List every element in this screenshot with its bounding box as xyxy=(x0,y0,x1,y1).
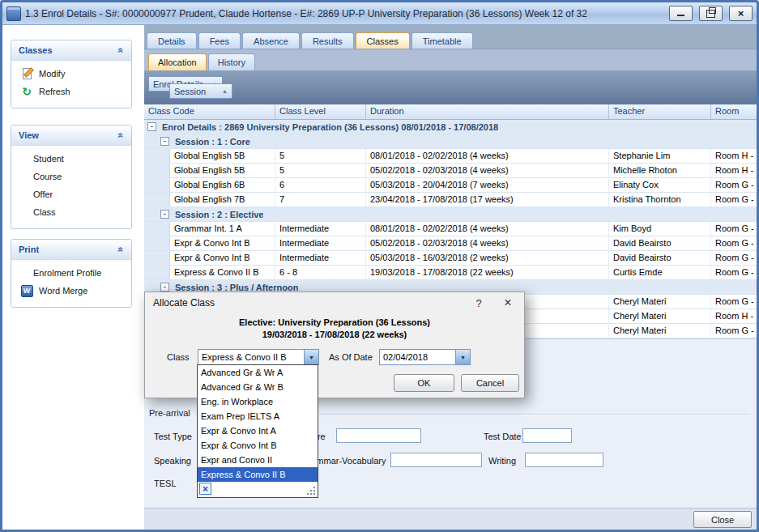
table-row[interactable]: Expr & Convo Int BIntermediate05/03/2018… xyxy=(144,251,757,266)
collapse-icon[interactable]: - xyxy=(160,283,169,292)
restore-button[interactable] xyxy=(699,6,723,21)
group-row[interactable]: -Session : 2 : Elective xyxy=(144,207,757,222)
word-icon xyxy=(20,284,33,297)
table-row[interactable]: Express & Convo II B6 - 819/03/2018 - 17… xyxy=(144,266,757,280)
as-of-date-arrow[interactable]: ▼ xyxy=(455,350,470,364)
class-combobox-arrow[interactable]: ▼ xyxy=(304,350,318,364)
writing-input[interactable] xyxy=(525,453,603,467)
tab-timetable[interactable]: Timetable xyxy=(411,32,473,49)
collapse-chevron-button[interactable]: « xyxy=(114,44,128,57)
subtab-history[interactable]: History xyxy=(208,53,255,70)
dialog-subheading: 19/03/2018 - 17/08/2018 (22 weeks) xyxy=(145,330,524,339)
grammar-vocabulary-input[interactable] xyxy=(390,453,482,467)
panel-header-print: Print« xyxy=(11,240,131,260)
collapse-chevron-button[interactable]: « xyxy=(114,129,128,143)
dialog-help-button[interactable]: ? xyxy=(464,292,493,313)
sidebar-item-class[interactable]: Class xyxy=(11,203,131,221)
subtab-bar: AllocationHistory xyxy=(144,49,757,70)
tab-absence[interactable]: Absence xyxy=(242,32,300,49)
dropdown-item-expr-convo-int-b[interactable]: Expr & Convo Int B xyxy=(198,438,318,453)
collapse-icon[interactable]: - xyxy=(160,210,169,219)
sort-ascending-icon: ▲ xyxy=(222,88,228,94)
window-titlebar: 1.3 Enrol Details - S#: 0000000977 Prude… xyxy=(2,2,757,25)
sidebar-panel-classes: Classes«ModifyRefresh xyxy=(11,40,132,109)
dropdown-item-expr-and-convo-ii[interactable]: Expr and Convo II xyxy=(198,453,318,467)
dropdown-item-advanced-gr-wr-a[interactable]: Advanced Gr & Wr A xyxy=(198,365,318,380)
minimize-button[interactable] xyxy=(669,6,693,21)
tab-fees[interactable]: Fees xyxy=(198,32,241,49)
dropdown-item-expr-convo-int-a[interactable]: Expr & Convo Int A xyxy=(198,423,318,438)
table-row[interactable]: Global English 5B505/02/2018 - 02/03/201… xyxy=(144,164,757,178)
sidebar-item-word-merge[interactable]: Word Merge xyxy=(11,282,131,300)
panel-header-classes: Classes« xyxy=(11,40,131,61)
tab-details[interactable]: Details xyxy=(147,32,197,49)
table-row[interactable]: Global English 5B508/01/2018 - 02/02/201… xyxy=(144,149,757,164)
close-icon: × xyxy=(738,8,744,19)
speaking-label: Speaking xyxy=(154,456,191,466)
dropdown-item-exam-prep-ielts-a[interactable]: Exam Prep IELTS A xyxy=(198,409,318,423)
clear-x-button[interactable]: × xyxy=(199,483,211,495)
ok-button[interactable]: OK xyxy=(394,374,454,392)
class-combobox-value: Express & Convo II B xyxy=(198,350,304,364)
refresh-icon xyxy=(20,85,33,98)
tab-classes[interactable]: Classes xyxy=(356,32,410,49)
collapse-chevron-button[interactable]: « xyxy=(114,243,128,257)
collapse-icon[interactable]: - xyxy=(147,122,156,131)
table-row[interactable]: Global English 7B723/04/2018 - 17/08/201… xyxy=(144,193,757,207)
x-icon: × xyxy=(203,484,208,494)
sidebar-item-course[interactable]: Course xyxy=(11,168,131,185)
dropdown-items: Advanced Gr & Wr AAdvanced Gr & Wr BEng.… xyxy=(198,365,318,482)
minimize-icon xyxy=(677,9,684,16)
table-row[interactable]: Global English 6B605/03/2018 - 20/04/201… xyxy=(144,178,757,193)
sidebar-item-offer[interactable]: Offer xyxy=(11,185,131,203)
column-header-duration[interactable]: Duration xyxy=(366,104,609,119)
app-window: 1.3 Enrol Details - S#: 0000000977 Prude… xyxy=(0,0,759,532)
subtab-allocation[interactable]: Allocation xyxy=(148,53,207,70)
chevron-down-icon: ▼ xyxy=(309,355,314,360)
class-combobox[interactable]: Express & Convo II B ▼ xyxy=(198,349,319,365)
sidebar-panel-print: Print«Enrolment ProfileWord Merge xyxy=(11,239,132,308)
cancel-button[interactable]: Cancel xyxy=(461,374,519,392)
app-icon xyxy=(6,6,21,21)
close-form-button[interactable]: Close xyxy=(693,511,752,528)
column-header-room[interactable]: Room xyxy=(711,104,757,119)
sidebar-item-enrolment-profile[interactable]: Enrolment Profile xyxy=(11,264,131,282)
score-input[interactable] xyxy=(336,428,421,443)
class-dropdown-list: Advanced Gr & Wr AAdvanced Gr & Wr BEng.… xyxy=(197,364,318,498)
class-label: Class xyxy=(167,352,190,362)
dropdown-item-express-convo-ii-b[interactable]: Express & Convo II B xyxy=(198,467,318,482)
sidebar: Classes«ModifyRefreshView«StudentCourseO… xyxy=(2,25,144,530)
test-date-input[interactable] xyxy=(522,428,572,443)
group-by-bar: Enrol Details▲Session▲ xyxy=(144,70,757,104)
column-header-teacher[interactable]: Teacher xyxy=(609,104,711,119)
sidebar-panel-view: View«StudentCourseOfferClass xyxy=(11,125,132,229)
tab-results[interactable]: Results xyxy=(301,32,354,49)
window-close-button[interactable]: × xyxy=(729,6,753,21)
pre-arrival-label: Pre-arrival xyxy=(149,408,190,418)
sidebar-item-modify[interactable]: Modify xyxy=(11,65,131,83)
restore-icon xyxy=(706,10,715,18)
column-header-class-level[interactable]: Class Level xyxy=(275,104,366,119)
table-row[interactable]: Grammar Int. 1 AIntermediate08/01/2018 -… xyxy=(144,222,757,236)
column-header-class-code[interactable]: Class Code xyxy=(144,104,275,119)
modify-icon xyxy=(20,67,33,80)
resize-grip[interactable] xyxy=(313,493,315,495)
group-row[interactable]: -Session : 1 : Core xyxy=(144,134,757,149)
sidebar-item-student[interactable]: Student xyxy=(11,150,131,168)
bottom-bar: Close xyxy=(144,508,757,530)
group-by-session[interactable]: Session▲ xyxy=(169,83,232,99)
as-of-date-value: 02/04/2018 xyxy=(380,350,455,364)
group-row[interactable]: -Enrol Details : 2869 University Prepara… xyxy=(144,120,757,134)
tesl-label: TESL xyxy=(154,479,177,488)
dropdown-item-advanced-gr-wr-b[interactable]: Advanced Gr & Wr B xyxy=(198,380,318,394)
window-title: 1.3 Enrol Details - S#: 0000000977 Prude… xyxy=(25,8,663,19)
as-of-date-combobox[interactable]: 02/04/2018 ▼ xyxy=(379,349,471,365)
collapse-icon[interactable]: - xyxy=(160,137,169,146)
dialog-close-button[interactable]: × xyxy=(493,292,522,313)
as-of-date-label: As Of Date xyxy=(329,352,373,362)
dialog-title: Allocate Class xyxy=(153,297,464,309)
sidebar-item-refresh[interactable]: Refresh xyxy=(11,83,131,100)
table-row[interactable]: Expr & Convo Int BIntermediate05/02/2018… xyxy=(144,236,757,251)
dialog-heading: Elective: University Preparation (36 Les… xyxy=(145,317,524,327)
dropdown-item-eng-in-workplace[interactable]: Eng. in Workplace xyxy=(198,394,318,409)
